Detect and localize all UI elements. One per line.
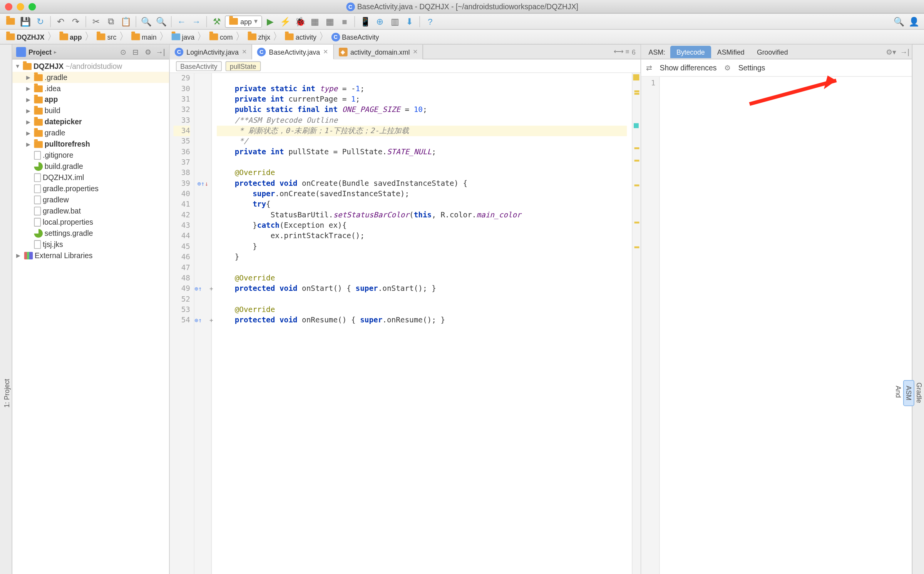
gear-icon[interactable]: ⚙▾ [886,47,896,56]
back-icon[interactable]: ← [175,15,188,28]
asm-tab-groovified[interactable]: Groovified [751,45,794,58]
project-view-icon [16,47,26,57]
error-stripe[interactable] [632,73,641,574]
project-panel-title: Project [28,48,52,55]
folder-icon [34,96,43,103]
profile-icon[interactable]: ▦ [308,15,321,28]
editor-tab[interactable]: CBaseActivity.java✕ [252,45,333,60]
code-editor[interactable]: 2930313233343536373839404142434445464748… [170,73,641,574]
tree-item[interactable]: ▶.gradle [12,72,169,83]
redo-icon[interactable]: ↷ [69,15,82,28]
line-numbers: 2930313233343536373839404142434445464748… [170,73,194,574]
asm-tab-bytecode[interactable]: Bytecode [670,45,711,58]
library-icon [24,252,33,259]
tree-item[interactable]: ▶gradle [12,127,169,138]
tab-project[interactable]: 1: Project [2,374,12,412]
bc-item[interactable]: DQZHJX [4,33,47,40]
minimize-window[interactable] [17,3,24,10]
stop-icon[interactable]: ■ [338,15,351,28]
bc-item[interactable]: zhjx [245,33,273,40]
close-window[interactable] [5,3,12,10]
debug-icon[interactable]: 🐞 [293,15,307,28]
replace-icon[interactable]: 🔍 [154,15,168,28]
gear-icon[interactable]: ⚙ [143,47,153,57]
bc-item[interactable]: main [129,33,159,40]
tab-gradle[interactable]: Gradle [914,378,924,408]
copy-icon[interactable]: ⧉ [104,15,117,28]
editor-area: CLoginActivity.java✕ CBaseActivity.java✕… [170,45,641,574]
editor-tab[interactable]: ◈activity_domain.xml✕ [333,44,423,59]
undo-icon[interactable]: ↶ [54,15,67,28]
hide-icon[interactable]: →| [156,47,166,57]
tree-item[interactable]: DQZHJX.iml [12,172,169,183]
make-icon[interactable]: ⚒ [210,15,223,28]
right-tool-gutter: Gradle ASM And [912,45,924,574]
close-icon[interactable]: ✕ [242,48,247,55]
gradle-icon [34,229,43,238]
save-icon[interactable]: 💾 [18,15,32,28]
tree-item[interactable]: .gitignore [12,150,169,161]
project-panel: Project ▸ ⊙ ⊟ ⚙ →| ▼ DQZHJX ~/androidstu… [12,45,170,574]
asm-tab-asmified[interactable]: ASMified [711,45,751,58]
collapse-icon[interactable]: ⊟ [131,47,141,57]
bc-item[interactable]: com [207,33,235,40]
file-icon [34,240,41,249]
avd-icon[interactable]: 📱 [358,15,372,28]
editor-tab[interactable]: CLoginActivity.java✕ [170,44,252,59]
scope-class[interactable]: BaseActivity [176,61,222,71]
asm-settings[interactable]: Settings [738,63,765,72]
tab-android[interactable]: And [893,381,903,405]
cut-icon[interactable]: ✂ [89,15,103,28]
file-icon [34,184,41,193]
tree-item[interactable]: gradlew [12,194,169,205]
attach-icon[interactable]: ▦ [323,15,336,28]
forward-icon[interactable]: → [189,15,203,28]
editor-tabs: CLoginActivity.java✕ CBaseActivity.java✕… [170,45,641,60]
tree-item[interactable]: tjsj.jks [12,239,169,250]
file-icon [34,151,41,160]
tree-item[interactable]: gradle.properties [12,183,169,194]
tree-item[interactable]: build.gradle [12,161,169,172]
tree-item[interactable]: ▶build [12,105,169,117]
folder-icon [34,130,43,137]
help-icon[interactable]: ? [424,15,437,28]
tree-item[interactable]: ▶.idea [12,83,169,94]
diff-icon: ⇄ [646,63,652,72]
bc-item[interactable]: src [94,33,119,40]
close-icon[interactable]: ✕ [413,48,418,55]
tree-item[interactable]: gradlew.bat [12,205,169,217]
tree-item[interactable]: local.properties [12,217,169,228]
tab-overflow[interactable]: ⟷ ≡ 6 [609,48,641,56]
close-icon[interactable]: ✕ [323,48,328,55]
run-config-select[interactable]: app ▾ [225,15,262,27]
asm-content[interactable] [660,77,912,574]
hide-icon[interactable]: →| [900,47,909,56]
find-icon[interactable]: 🔍 [139,15,153,28]
apply-changes-icon[interactable]: ⚡ [278,15,292,28]
bc-item[interactable]: app [57,33,84,40]
scope-member[interactable]: pullState [226,61,261,71]
sync-icon[interactable]: ↻ [33,15,47,28]
tree-item[interactable]: settings.gradle [12,228,169,239]
tree-item[interactable]: ▶app [12,94,169,105]
project-tree[interactable]: ▼ DQZHJX ~/androidstudiow ▶.gradle▶.idea… [12,59,169,574]
open-icon[interactable] [4,15,17,28]
paste-icon[interactable]: 📋 [119,15,132,28]
maximize-window[interactable] [28,3,36,10]
download-icon[interactable]: ⬇ [403,15,416,28]
asm-show-diff[interactable]: Show differences [660,63,717,72]
bc-item[interactable]: java [169,33,197,40]
gutter-icons: ⊕↑↓ ⊕↑ + ⊕↑ + [194,73,212,574]
sdk-icon[interactable]: ⊕ [373,15,387,28]
scroll-to-icon[interactable]: ⊙ [118,47,128,57]
tree-item[interactable]: ▶datepicker [12,116,169,127]
bc-item[interactable]: CBaseActivity [329,32,382,41]
run-icon[interactable]: ▶ [263,15,277,28]
code-content[interactable]: private static int type = -1; private in… [212,73,632,574]
bc-item[interactable]: activity [283,33,319,40]
tab-asm[interactable]: ASM [903,380,914,406]
tree-item[interactable]: ▶pulltorefresh [12,138,169,150]
layout-icon[interactable]: ▥ [388,15,402,28]
user-icon[interactable]: 👤 [907,15,921,28]
search-everywhere-icon[interactable]: 🔍 [892,15,906,28]
